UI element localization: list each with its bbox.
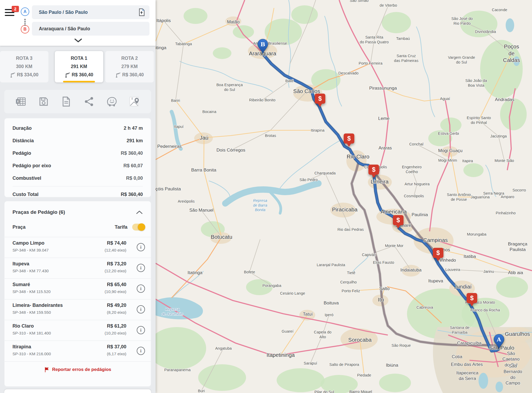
route-tab[interactable]: ROTA 1 291 KM R$ 360,40 — [55, 51, 103, 82]
summary-label: Pedágio — [13, 150, 31, 156]
toll-plaza-price: R$ 73,20 — [107, 261, 126, 267]
toll-plaza-row: Campo Limpo SP-348 - KM 39.047 R$ 74,40 … — [5, 237, 151, 258]
map-town-label: Capivari — [362, 252, 376, 257]
map-town-label: Franco da Rocha — [470, 308, 500, 312]
endpoint-marker[interactable]: B — [257, 39, 269, 55]
map-town-label: Pilar do Sul — [314, 390, 334, 393]
summary-value: R$ 360,40 — [121, 150, 143, 156]
toll-plaza-per-axle: (10,20 eixo) — [105, 331, 126, 336]
map-town-label: São Simão — [350, 0, 369, 3]
summary-value: 291 km — [127, 138, 143, 144]
tariff-toggle[interactable] — [132, 224, 144, 231]
toll-pin[interactable]: $ — [368, 165, 379, 175]
info-icon[interactable]: i — [137, 264, 145, 272]
menu-button[interactable]: 2 — [5, 9, 15, 18]
toll-plaza-row: Sumaré SP-348 - KM 115.520 R$ 65,40 (10,… — [5, 278, 151, 299]
map-town-label: Piedade — [357, 373, 371, 378]
toll-pin[interactable]: $ — [433, 248, 443, 258]
map-town-label: Morungaba — [467, 232, 486, 237]
info-icon[interactable]: i — [137, 243, 145, 251]
report-icon[interactable] — [60, 96, 72, 107]
map-town-label: Ribeirão Bonito — [249, 98, 275, 102]
map-town-label: Jacutinga — [490, 134, 507, 139]
route-tab-name: ROTA 1 — [55, 54, 103, 62]
toll-gantry-icon — [115, 72, 121, 78]
map-town-label: Salto de Pirapora — [329, 362, 359, 367]
map-canvas[interactable]: Itápolis Matão Ibitinga Tabatinga Améric… — [156, 0, 532, 393]
map-town-label: de Viterbo — [380, 3, 397, 8]
map-town-label: Indaiatuba — [400, 267, 421, 273]
map-town-label: Cesário Lange — [280, 291, 305, 296]
map-town-label: Tatuí — [303, 311, 313, 317]
map-town-label: São João da Boa Vista — [465, 78, 487, 88]
svg-text:B: B — [260, 41, 265, 48]
toll-pin[interactable]: $ — [344, 133, 354, 144]
map-town-label: Amparo — [501, 194, 514, 199]
import-file-icon[interactable] — [137, 8, 146, 16]
google-maps-icon[interactable]: 8 — [128, 96, 141, 107]
map-town-label: Vinhedo — [439, 257, 456, 263]
toll-plaza-price: R$ 49,20 — [107, 303, 126, 308]
toll-plazas-card: Praças de Pedágio (6) Praça Tarifa Campo… — [4, 201, 151, 387]
toll-pin[interactable]: $ — [315, 94, 325, 104]
toll-plaza-per-axle: (12,40 eixo) — [105, 248, 126, 253]
info-icon[interactable]: i — [137, 305, 145, 313]
chevron-up-icon[interactable] — [136, 210, 143, 214]
toll-plaza-per-axle: (10,90 eixo) — [105, 289, 126, 294]
map-town-label: Paulínia — [412, 212, 428, 218]
svg-text:8: 8 — [131, 97, 133, 100]
map-town-label: Estiva Gerbi — [438, 131, 459, 136]
map-town-label: Guarulhos — [505, 331, 530, 337]
column-header-tariff: Tarifa — [115, 224, 127, 230]
map-town-label: Porangaba — [263, 283, 281, 288]
excel-icon[interactable]: X — [15, 96, 27, 107]
summary-value: 2 h 47 m — [124, 126, 143, 131]
destination-input[interactable]: Araraquara / São Paulo — [32, 22, 149, 36]
map-town-label: Elias Fausto — [373, 260, 394, 265]
map-town-label: Santana de Parnaíba — [450, 325, 469, 335]
toll-pin[interactable]: $ — [393, 215, 404, 225]
map-town-label: Rio Claro — [347, 153, 369, 160]
info-icon[interactable]: i — [137, 347, 145, 355]
map-town-label: Itatiba — [464, 254, 476, 259]
waze-icon[interactable] — [106, 96, 118, 107]
map-town-label: Divinolândia — [475, 29, 496, 34]
map-town-label: Dois Córregos — [217, 147, 246, 153]
map-town-label: Bairro Miguel — [349, 389, 372, 393]
map-town-label: Pederneiras — [157, 144, 182, 149]
map-town-label: Rio das Pedras — [337, 227, 364, 232]
map-town-label: São Bernardo do Campo — [503, 363, 522, 386]
summary-row: Pedágio R$ 360,40 — [13, 147, 143, 160]
route-tab[interactable]: ROTA 2 279 KM R$ 360,40 — [105, 51, 154, 82]
toll-plaza-price: R$ 61,20 — [107, 323, 126, 329]
info-icon[interactable]: i — [137, 326, 145, 334]
map-town-label: Botucatu — [211, 233, 232, 240]
toll-pin[interactable]: $ — [467, 293, 477, 303]
report-toll-errors-link[interactable]: Reportar erros de pedágios — [5, 361, 151, 377]
summary-label: Duração — [13, 126, 32, 131]
route-tab-toll: R$ 360,40 — [72, 71, 93, 79]
share-icon[interactable] — [83, 96, 95, 107]
summary-row: Distância 291 km — [13, 135, 143, 147]
origin-input[interactable]: São Paulo / São Paulo — [32, 5, 149, 19]
map-town-label: Artur Nogueira — [405, 182, 430, 186]
map-town-label: Descalvado — [338, 71, 359, 76]
map-town-label: São José do Rio Pardo — [451, 16, 473, 26]
map-town-label: Buri — [198, 388, 205, 393]
column-header-plaza: Praça — [13, 224, 26, 230]
chevron-down-icon[interactable] — [74, 38, 82, 43]
map-town-label: Jarinu — [483, 269, 494, 274]
route-tab[interactable]: ROTA 3 300 KM R$ 334,00 — [0, 51, 48, 82]
map-town-label: Campinas — [423, 237, 448, 244]
map-town-label: Sorocaba — [348, 336, 372, 343]
summary-row: Pedágio por eixo R$ 60,07 — [13, 160, 143, 172]
route-header: 2 A B São Paulo / São Paulo Araraquara /… — [0, 0, 156, 46]
map-town-label: Guareí — [282, 329, 293, 334]
save-icon[interactable] — [38, 96, 50, 107]
map-town-label: Socorro — [513, 188, 526, 193]
next-card-edge — [4, 389, 151, 393]
endpoint-marker[interactable]: A — [493, 334, 505, 350]
route-tab-distance: 279 KM — [105, 62, 154, 71]
info-icon[interactable]: i — [137, 285, 145, 293]
map-town-label: Itirapina — [311, 128, 325, 133]
